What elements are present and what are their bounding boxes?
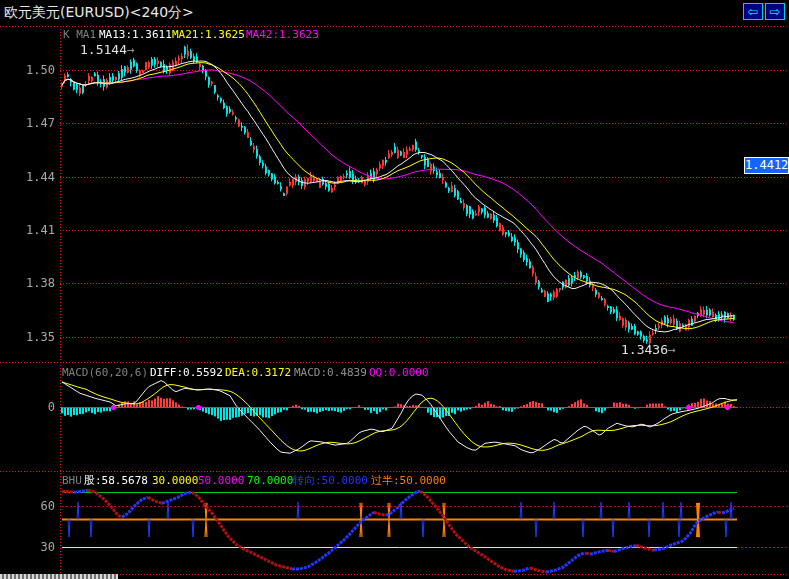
- price-axis-label: 1.47: [17, 116, 55, 130]
- high-annotation-value: 1.5144: [80, 42, 127, 57]
- bhu-name-label: BHU: [62, 474, 82, 487]
- scroll-left-button[interactable]: ⇦: [743, 3, 763, 20]
- last-price-tag: 1.4412: [744, 157, 789, 174]
- low-annotation: 1.3436→: [621, 342, 676, 357]
- right-arrow-glyph: →: [668, 342, 676, 357]
- right-arrow-glyph: →: [127, 42, 135, 57]
- left-arrow-icon: ⇦: [748, 4, 759, 19]
- chart-window: 欧元美元(EURUSD)<240分> ⇦ ⇨ K MA1 MA13:1.3611…: [0, 0, 789, 579]
- bhu-50-label: 50.0000: [198, 474, 244, 487]
- bhu-30-label: 30.0000: [152, 474, 198, 487]
- price-axis-label: 1.44: [17, 170, 55, 184]
- low-annotation-value: 1.3436: [621, 342, 668, 357]
- bhu-axis-label: 30: [17, 540, 55, 554]
- ma13-label: MA13:1.3611: [99, 28, 172, 41]
- macd-value-label: MACD:0.4839: [294, 366, 367, 379]
- bhu-70-label: 70.0000: [247, 474, 293, 487]
- price-axis-label: 1.50: [17, 63, 55, 77]
- kline-indicator-label: K MA1: [63, 28, 96, 41]
- dea-label: DEA:0.3172: [225, 366, 291, 379]
- price-axis-label: 1.38: [17, 276, 55, 290]
- ma42-label: MA42:1.3623: [246, 28, 319, 41]
- price-axis-label: 1.41: [17, 223, 55, 237]
- scroll-right-button[interactable]: ⇨: [765, 3, 785, 20]
- macd-zero-label: 0: [17, 400, 55, 414]
- h-scrollbar-thumb[interactable]: [0, 574, 118, 579]
- bhu-axis-label: 60: [17, 499, 55, 513]
- ma21-label: MA21:1.3625: [172, 28, 245, 41]
- chart-canvas[interactable]: [0, 0, 789, 579]
- bhu-value-label: 股:58.5678: [84, 474, 148, 487]
- diff-label: DIFF:0.5592: [150, 366, 223, 379]
- title-bar: 欧元美元(EURUSD)<240分> ⇦ ⇨: [0, 0, 789, 25]
- bhu-turn-label: 转向:50.0000: [293, 474, 368, 487]
- high-annotation: 1.5144→: [80, 42, 135, 57]
- qq-label: QQ:0.0000: [369, 366, 429, 379]
- price-axis-label: 1.35: [17, 330, 55, 344]
- macd-params-label: MACD(60,20,6): [62, 366, 148, 379]
- window-title: 欧元美元(EURUSD)<240分>: [4, 4, 194, 22]
- right-arrow-icon: ⇨: [770, 4, 781, 19]
- bhu-half-label: 过半:50.0000: [371, 474, 446, 487]
